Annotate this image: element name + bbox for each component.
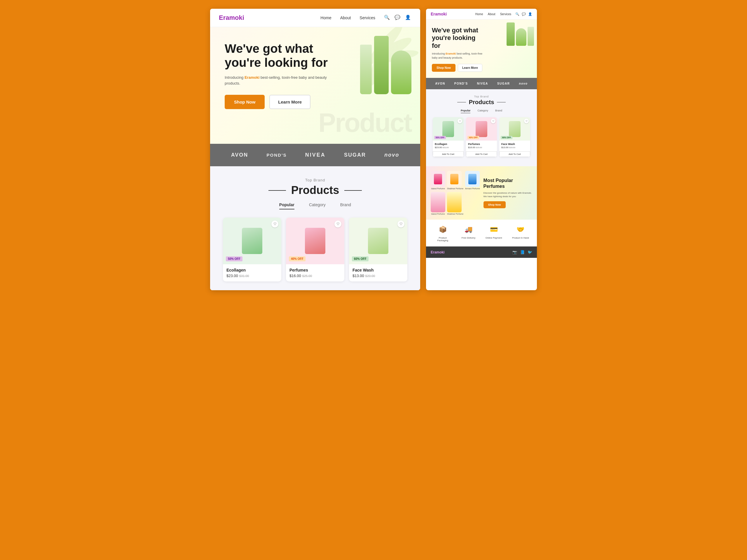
- feature-label-hand: Product In Hand: [512, 237, 529, 239]
- perfume-mini-peach: [450, 174, 458, 184]
- feature-label-delivery: Free Delivery: [462, 237, 475, 239]
- perfume-label-shalimar-small: Shalimar Perfume: [447, 188, 463, 190]
- right-heart-perfumes[interactable]: ♡: [491, 119, 495, 123]
- right-product-shape-face: [509, 121, 520, 137]
- perfume-thumbs: Island Perfume Shalimar Perfume Armani P…: [431, 171, 480, 215]
- right-hero-title: We've got what you're looking for: [432, 27, 484, 50]
- right-card-img-ecollagen: 50% OFF ♡: [433, 117, 464, 140]
- perfumes-text: Most Popular Perfumes Discover the goodn…: [484, 171, 532, 215]
- perfume-mini-blue: [468, 174, 476, 184]
- perfumes-shop-button[interactable]: Shop Now: [484, 201, 506, 208]
- perfume-label-island: Island Perfume: [431, 188, 445, 190]
- right-card-img-facewash: 60% OFF ♡: [499, 117, 530, 140]
- instagram-icon[interactable]: 📷: [512, 250, 517, 254]
- card-name-perfumes: Perfumes: [289, 268, 341, 272]
- right-tab-popular[interactable]: Popular: [461, 109, 471, 113]
- right-add-cart-ecollagen[interactable]: Add To Cart: [433, 151, 464, 157]
- off-badge-facewash: 60% OFF: [352, 257, 368, 261]
- navbar: Eramoki Home About Services 🔍 💬 👤: [210, 9, 420, 27]
- right-off-facewash: 60% OFF: [501, 136, 512, 139]
- perfume-thumb-island-small: Island Perfume: [431, 171, 445, 190]
- perfume-mini-pink: [434, 174, 442, 184]
- hero-bg-text: Product: [318, 108, 411, 138]
- right-add-cart-perfumes[interactable]: Add To Cart: [466, 151, 497, 157]
- card-price-ecollagen: $23.00$31.00: [227, 273, 278, 278]
- right-heart-facewash[interactable]: ♡: [524, 119, 529, 123]
- features-row: 📦 Product Packaging 🚚 Free Delivery 💳 On…: [426, 220, 537, 246]
- right-brand-novo: novo: [519, 82, 528, 85]
- nav-services[interactable]: Services: [360, 16, 375, 20]
- heart-button-ecollagen[interactable]: ♡: [272, 220, 278, 228]
- right-search-icon[interactable]: 🔍: [515, 12, 519, 16]
- right-hero-product: [507, 23, 534, 46]
- right-heart-ecollagen[interactable]: ♡: [458, 119, 462, 123]
- chat-icon[interactable]: 💬: [394, 15, 401, 21]
- perfume-thumb-peach: [447, 171, 462, 187]
- right-chat-icon[interactable]: 💬: [522, 12, 526, 16]
- right-card-perfumes: 40% OFF ♡ Perfumes $16.00$25.00 Add To C…: [466, 117, 497, 157]
- perfume-large-thumb-island: [431, 192, 445, 212]
- perfume-thumb-shalimar-small: Shalimar Perfume: [447, 171, 463, 190]
- right-hero-buttons: Shop Now Learn More: [432, 64, 531, 72]
- page-wrapper: Eramoki Home About Services 🔍 💬 👤: [9, 9, 738, 290]
- heart-button-facewash[interactable]: ♡: [397, 220, 405, 228]
- right-add-cart-facewash[interactable]: Add To Cart: [499, 151, 530, 157]
- card-image-facewash: 60% OFF ♡: [349, 218, 407, 264]
- perfumes-title: Most Popular Perfumes: [484, 178, 532, 189]
- card-price-perfumes: $16.00$25.00: [289, 273, 341, 278]
- heart-button-perfumes[interactable]: ♡: [334, 220, 341, 228]
- right-brands-bar: AVON POND'S NIVEA SUGAR novo: [426, 78, 537, 89]
- tab-popular[interactable]: Popular: [279, 203, 294, 209]
- card-image-ecollagen: 50% OFF ♡: [223, 218, 281, 264]
- feature-delivery: 🚚 Free Delivery: [462, 224, 475, 242]
- twitter-icon[interactable]: 🐦: [527, 250, 532, 254]
- right-card-body-ecollagen: Ecollagen $23.00$31.00: [433, 140, 464, 151]
- section-title: Products: [219, 184, 411, 196]
- right-nav-about[interactable]: About: [488, 12, 495, 16]
- perfume-label-shalimar-large: Shalimar Perfume: [447, 213, 463, 215]
- right-product-shape-eco: [442, 121, 454, 137]
- right-card-body-perfumes: Perfumes $16.00$25.00: [466, 140, 497, 151]
- payment-icon: 💳: [488, 224, 499, 235]
- perfumes-description: Discover the goodness of nature with Era…: [484, 191, 532, 198]
- right-tab-brand[interactable]: Brand: [495, 109, 502, 113]
- right-card-price-ecollagen: $23.00$31.00: [435, 146, 462, 149]
- perfume-thumb-pink: [431, 171, 445, 187]
- nav-home[interactable]: Home: [320, 16, 331, 20]
- perfume-thumb-blue: [465, 171, 480, 187]
- hero-product-image: [360, 36, 411, 94]
- card-image-perfumes: 40% OFF ♡: [286, 218, 344, 264]
- tab-brand[interactable]: Brand: [340, 203, 351, 209]
- right-nav-home[interactable]: Home: [475, 12, 483, 16]
- right-bottle-2: [516, 28, 526, 46]
- right-tab-category[interactable]: Category: [478, 109, 488, 113]
- card-price-facewash: $13.00$20.00: [353, 273, 404, 278]
- right-product-cards: 50% OFF ♡ Ecollagen $23.00$31.00 Add To …: [431, 117, 532, 157]
- hero-content: We've got what you're looking for Introd…: [225, 42, 336, 109]
- nav-about[interactable]: About: [340, 16, 351, 20]
- facebook-icon[interactable]: 📘: [520, 250, 525, 254]
- packaging-icon: 📦: [437, 224, 448, 235]
- user-icon[interactable]: 👤: [405, 15, 411, 21]
- right-brand-nivea: NIVEA: [477, 82, 488, 85]
- right-section-subtitle: Top Brand: [431, 95, 532, 98]
- footer-logo: Eramoki: [431, 250, 444, 254]
- shop-now-button[interactable]: Shop Now: [225, 95, 265, 109]
- product-shape-eco: [242, 228, 262, 254]
- right-brand-avon: AVON: [435, 82, 445, 85]
- tab-category[interactable]: Category: [309, 203, 326, 209]
- right-learn-more-button[interactable]: Learn More: [458, 64, 482, 72]
- perfume-large-island: Island Perfume: [431, 192, 445, 215]
- search-icon[interactable]: 🔍: [384, 15, 390, 21]
- right-user-icon[interactable]: 👤: [528, 12, 532, 16]
- right-nav-services[interactable]: Services: [500, 12, 511, 16]
- right-nav-links: Home About Services: [475, 12, 511, 16]
- right-bottle-3: [527, 27, 534, 46]
- hand-icon: 🤝: [515, 224, 526, 235]
- card-body-perfumes: Perfumes $16.00$25.00: [286, 264, 344, 282]
- brand-novo: novo: [384, 152, 399, 158]
- right-hero-section: We've got what you're looking for Introd…: [426, 20, 537, 78]
- learn-more-button[interactable]: Learn More: [269, 95, 310, 109]
- right-shop-now-button[interactable]: Shop Now: [432, 64, 456, 72]
- right-card-body-facewash: Face Wash $13.00$20.00: [499, 140, 530, 151]
